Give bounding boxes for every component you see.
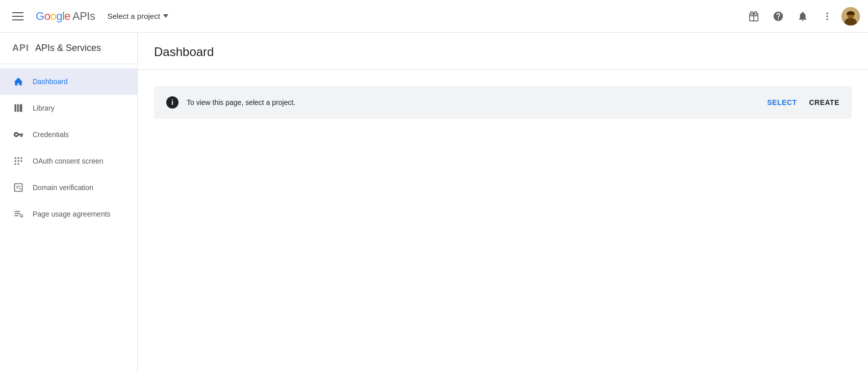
hamburger-menu-button[interactable] <box>8 8 28 24</box>
content-body: i To view this page, select a project. S… <box>138 70 868 135</box>
info-banner: i To view this page, select a project. S… <box>154 86 852 119</box>
chevron-down-icon <box>163 14 168 18</box>
svg-point-15 <box>17 163 19 165</box>
project-selector-text: Select a project <box>107 12 160 20</box>
main-layout: API APIs & Services Dashboard <box>0 33 868 372</box>
api-badge: API <box>12 43 29 54</box>
logo-container: Google APIs <box>36 10 95 23</box>
svg-point-14 <box>17 160 19 162</box>
help-icon <box>773 11 784 22</box>
sidebar-label-library: Library <box>33 104 55 112</box>
user-avatar[interactable] <box>841 7 860 25</box>
more-options-button[interactable] <box>817 6 837 26</box>
svg-point-16 <box>20 157 22 159</box>
svg-rect-8 <box>17 104 19 112</box>
sidebar-nav: Dashboard Library <box>0 64 137 231</box>
svg-rect-18 <box>15 184 22 192</box>
sidebar-item-dashboard[interactable]: Dashboard <box>0 68 137 95</box>
svg-point-12 <box>15 163 16 165</box>
select-project-button[interactable]: SELECT <box>767 98 797 107</box>
svg-point-10 <box>15 157 16 159</box>
apis-text: APIs <box>72 10 95 23</box>
sidebar-title: APIs & Services <box>35 43 101 54</box>
sidebar-item-page-usage[interactable]: Page usage agreements <box>0 201 137 227</box>
gift-icon <box>748 11 759 22</box>
sidebar-label-credentials: Credentials <box>33 130 69 139</box>
dashboard-icon <box>12 75 24 88</box>
svg-point-3 <box>826 18 828 20</box>
topbar-right <box>744 6 860 26</box>
help-button[interactable] <box>768 6 788 26</box>
avatar-svg <box>841 7 860 25</box>
sidebar-header: API APIs & Services <box>0 33 137 64</box>
page-usage-icon <box>12 208 24 220</box>
sidebar-item-domain[interactable]: Domain verification <box>0 174 137 201</box>
project-selector[interactable]: Select a project <box>103 10 172 22</box>
svg-point-11 <box>15 160 16 162</box>
banner-actions: SELECT CREATE <box>767 98 839 107</box>
bell-icon <box>797 11 808 22</box>
sidebar-label-page-usage: Page usage agreements <box>33 210 111 218</box>
sidebar: API APIs & Services Dashboard <box>0 33 138 372</box>
oauth-icon <box>12 155 24 167</box>
avatar-image <box>841 7 860 25</box>
svg-point-17 <box>20 160 22 162</box>
sidebar-item-oauth[interactable]: OAuth consent screen <box>0 148 137 174</box>
topbar: Google APIs Select a project <box>0 0 868 33</box>
sidebar-item-library[interactable]: Library <box>0 95 137 121</box>
page-title: Dashboard <box>154 45 852 59</box>
svg-point-22 <box>20 215 22 217</box>
svg-rect-9 <box>20 104 22 112</box>
gift-button[interactable] <box>744 6 764 26</box>
svg-line-23 <box>22 217 23 217</box>
sidebar-label-dashboard: Dashboard <box>33 77 68 86</box>
content-header: Dashboard <box>138 33 868 70</box>
library-icon <box>12 102 24 114</box>
info-icon: i <box>166 96 178 109</box>
svg-point-1 <box>826 12 828 14</box>
svg-rect-7 <box>15 104 16 112</box>
svg-point-13 <box>17 157 19 159</box>
sidebar-item-credentials[interactable]: Credentials <box>0 121 137 148</box>
create-project-button[interactable]: CREATE <box>809 98 839 107</box>
svg-point-2 <box>826 15 828 17</box>
notification-button[interactable] <box>793 6 813 26</box>
sidebar-label-oauth: OAuth consent screen <box>33 157 104 165</box>
google-logo: Google <box>36 10 70 23</box>
topbar-left: Google APIs Select a project <box>8 8 744 24</box>
sidebar-label-domain: Domain verification <box>33 183 93 192</box>
info-message: To view this page, select a project. <box>187 98 759 107</box>
credentials-icon <box>12 128 24 141</box>
domain-icon <box>12 181 24 194</box>
main-content: Dashboard i To view this page, select a … <box>138 33 868 372</box>
more-vert-icon <box>822 11 832 21</box>
